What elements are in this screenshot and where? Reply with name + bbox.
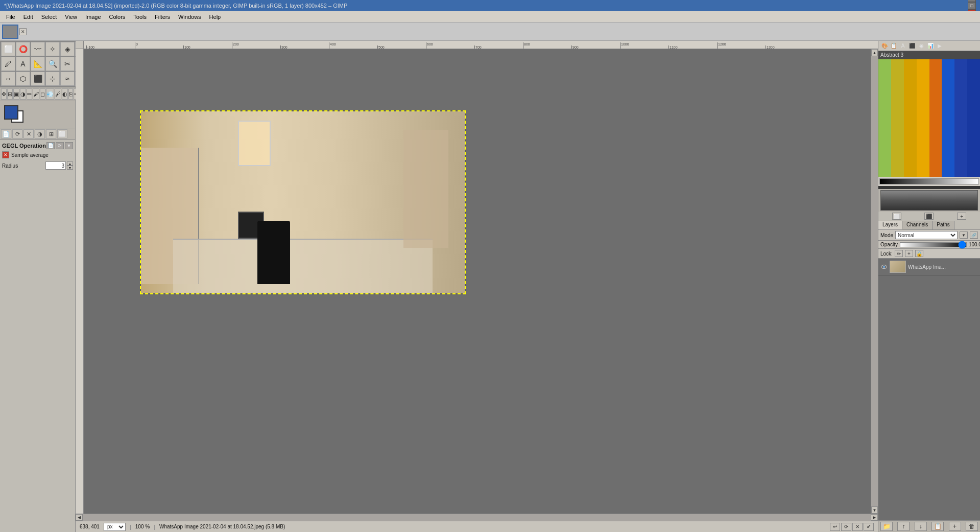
tool-airbrush[interactable]: 💨	[46, 88, 54, 100]
tool-bucket-fill[interactable]: ▣	[13, 88, 19, 100]
layer-item[interactable]: WhatsApp Ima...	[878, 259, 980, 275]
layer-chain-btn[interactable]: 🔗	[970, 232, 978, 239]
radius-down[interactable]: ▼	[67, 166, 73, 170]
grid-icon[interactable]: ⊞	[46, 129, 56, 138]
gradient-ctrl-3[interactable]: +	[957, 213, 966, 220]
gradient-ctrl-2[interactable]: ⬛	[924, 213, 934, 220]
image-thumbnail[interactable]	[2, 25, 18, 39]
maximize-button[interactable]: □	[968, 2, 976, 9]
scroll-track-h[interactable]	[83, 514, 871, 521]
tool-select-by-color[interactable]: ◈	[60, 42, 75, 56]
refresh-btn[interactable]: ⟳	[841, 523, 851, 531]
delete-layer-btn[interactable]: 🗑	[966, 522, 978, 531]
half-circle-icon[interactable]: ◑	[35, 129, 45, 138]
panel-icon-colors[interactable]: 🎨	[880, 42, 889, 50]
menu-item-windows[interactable]: Windows	[174, 11, 205, 22]
lock-alpha-btn[interactable]: +	[905, 250, 913, 257]
options-icon-3[interactable]: ▼	[65, 142, 73, 149]
panel-icon-dynamics[interactable]: 📊	[926, 42, 935, 50]
scroll-down[interactable]: ▼	[871, 506, 878, 514]
panel-icon-fonts[interactable]: A	[899, 42, 907, 50]
tool-paintbrush[interactable]: 🖌	[33, 88, 39, 100]
tool-warp[interactable]: ≈	[60, 72, 75, 86]
radius-up[interactable]: ▲	[67, 161, 73, 166]
image-canvas[interactable]	[140, 110, 466, 294]
tool-measure[interactable]: 📐	[31, 57, 45, 71]
tool-fuzzy-select[interactable]: ✧	[45, 42, 60, 56]
reset-icon[interactable]: ⟳	[12, 129, 22, 138]
tool-clone[interactable]: ⎘	[68, 88, 73, 100]
menu-item-filters[interactable]: Filters	[151, 11, 174, 22]
tool-flip[interactable]: ↔	[1, 72, 15, 86]
options-icon-1[interactable]: 📄	[46, 142, 55, 149]
new-layer-btn[interactable]: +	[949, 522, 961, 531]
tool-pencil[interactable]: ✏	[27, 88, 32, 100]
tool-3d-transform[interactable]: ⬛	[31, 72, 45, 86]
menu-item-tools[interactable]: Tools	[129, 11, 151, 22]
menu-item-image[interactable]: Image	[81, 11, 105, 22]
menu-item-colors[interactable]: Colors	[105, 11, 130, 22]
canvas-content[interactable]	[84, 49, 871, 514]
right-panel: 🎨 📋 A ⬛ ◉ 📊 ▶ Abstract 3 ⬜ ⬛ + Lay	[878, 41, 980, 532]
opacity-slider[interactable]	[900, 242, 967, 247]
new-image-icon[interactable]: 📄	[1, 129, 11, 138]
lower-layer-btn[interactable]: ↓	[915, 522, 927, 531]
tool-zoom[interactable]: 🔍	[45, 57, 60, 71]
layer-mode-select[interactable]: Normal Dissolve Multiply Screen	[895, 231, 958, 239]
tab-paths[interactable]: Paths	[933, 221, 954, 229]
options-icon-2[interactable]: ⟳	[56, 142, 64, 149]
new-layer-group-btn[interactable]: 📁	[880, 522, 893, 531]
tab-channels[interactable]: Channels	[902, 221, 933, 229]
tool-paths[interactable]: 🖊	[1, 57, 15, 71]
menu-item-edit[interactable]: Edit	[19, 11, 37, 22]
raise-layer-btn[interactable]: ↑	[897, 522, 910, 531]
tool-crop[interactable]: ✂	[60, 57, 75, 71]
menu-item-select[interactable]: Select	[37, 11, 61, 22]
lock-pixels-btn[interactable]: ✏	[895, 250, 903, 257]
vertical-scrollbar[interactable]: ▲ ▼	[871, 49, 878, 514]
cancel-btn[interactable]: ✕	[852, 523, 863, 531]
tab-layers[interactable]: Layers	[878, 221, 902, 229]
menu-item-help[interactable]: Help	[205, 11, 225, 22]
tool-alignment[interactable]: ⊞	[7, 88, 13, 100]
panel-icon-brushes[interactable]: ◉	[917, 42, 925, 50]
tool-ink[interactable]: 🖋	[55, 88, 61, 100]
tool-smart-colorize[interactable]: ◐	[62, 88, 68, 100]
tool-ellipse-select[interactable]: ⭕	[16, 42, 30, 56]
thumbnail-close[interactable]: ✕	[19, 28, 27, 35]
gradient-ctrl-1[interactable]: ⬜	[892, 213, 901, 220]
tool-text[interactable]: A	[16, 57, 30, 71]
gradient-slider[interactable]	[878, 177, 980, 186]
undo-history-btn[interactable]: ↩	[830, 523, 840, 531]
tool-blend-gradient[interactable]: ◑	[20, 88, 26, 100]
lock-all-btn[interactable]: 🔒	[915, 250, 923, 257]
panel-icon-dark[interactable]: ⬛	[908, 42, 916, 50]
tool-unified-transform[interactable]: ⊹	[45, 72, 60, 86]
menu-item-file[interactable]: File	[2, 11, 19, 22]
foreground-color[interactable]	[4, 105, 18, 120]
delete-icon[interactable]: ✕	[23, 129, 34, 138]
tool-rectangle-select[interactable]: ⬜	[1, 42, 15, 56]
gegl-clear-button[interactable]: ✕	[2, 151, 9, 158]
confirm-btn[interactable]: ✔	[864, 523, 874, 531]
unit-select[interactable]: px % mm	[104, 523, 126, 531]
layer-mode-btn[interactable]: ▼	[960, 232, 968, 239]
duplicate-layer-btn[interactable]: 📋	[931, 522, 944, 531]
tool-eraser[interactable]: ◻	[40, 88, 45, 100]
horizontal-scrollbar[interactable]: ◀ ▶	[76, 514, 878, 521]
scroll-left[interactable]: ◀	[76, 514, 83, 521]
tool-free-select[interactable]: 〰	[31, 42, 45, 56]
scroll-right[interactable]: ▶	[871, 514, 878, 521]
layer-visibility[interactable]	[880, 263, 888, 270]
blank-icon[interactable]: ⬜	[57, 129, 67, 138]
menu-item-view[interactable]: View	[61, 11, 81, 22]
layer-list[interactable]: WhatsApp Ima...	[878, 259, 980, 520]
scroll-up[interactable]: ▲	[871, 49, 878, 56]
tool-move[interactable]: ✥	[1, 88, 7, 100]
panel-arrow[interactable]: ▶	[936, 42, 944, 50]
panel-icon-patterns[interactable]: 📋	[890, 42, 898, 50]
radius-input[interactable]	[45, 161, 66, 170]
tool-perspective[interactable]: ⬡	[16, 72, 30, 86]
scroll-track-v[interactable]	[871, 56, 878, 506]
small-gradient[interactable]	[880, 190, 978, 211]
